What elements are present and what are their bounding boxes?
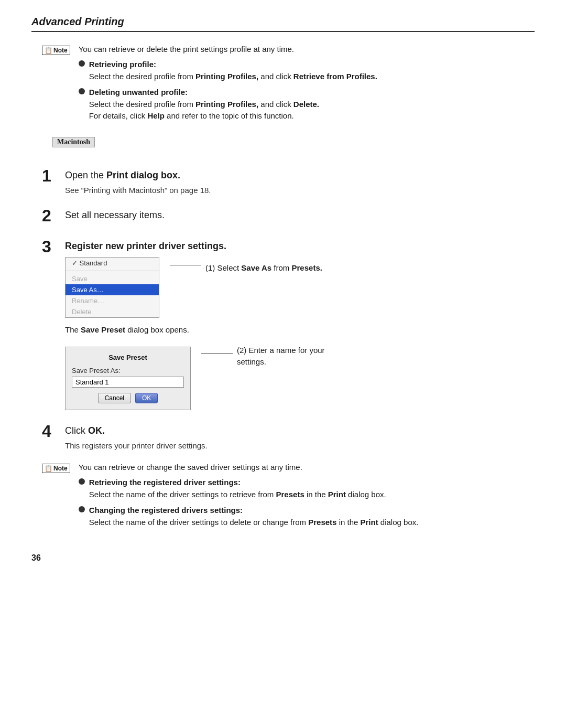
bullet-item: Retrieving profile: Select the desired p…: [79, 59, 535, 82]
bullet-text: Deleting unwanted profile: Select the de…: [89, 87, 319, 122]
preset-menu-item-save[interactable]: Save: [66, 273, 159, 284]
step-4-title: Click OK.: [65, 425, 535, 437]
bullet-dot: [79, 88, 85, 94]
note1-content: You can retrieve or delete the print set…: [79, 45, 535, 126]
save-preset-title: Save Preset: [72, 354, 184, 361]
page-number: 36: [31, 553, 41, 562]
save-preset-label: Save Preset As:: [72, 367, 184, 374]
preset-menu-item-standard: ✓ Standard: [66, 258, 159, 269]
note-block-2: 📋 Note You can retrieve or change the sa…: [42, 463, 535, 532]
page-footer: 36: [31, 553, 535, 563]
bullet-text: Retrieving the registered driver setting…: [89, 477, 386, 500]
preset-diagram: ✓ Standard Save Save As… Rename… Delete …: [65, 257, 535, 318]
page-title: Advanced Printing: [31, 16, 124, 27]
step-4: 4 Click OK. This registers your printer …: [42, 423, 535, 450]
step-1-title: Open the Print dialog box.: [65, 169, 535, 181]
note1-text: You can retrieve or delete the print set…: [79, 45, 535, 53]
step-2: 2 Set all necessary items.: [42, 207, 535, 226]
save-preset-input[interactable]: [72, 377, 184, 388]
macintosh-label: Macintosh: [52, 137, 95, 147]
step-3: 3 Register new printer driver settings. …: [42, 238, 535, 410]
note-block-1: 📋 Note You can retrieve or delete the pr…: [42, 45, 535, 126]
step-2-content: Set all necessary items.: [65, 207, 535, 226]
note2-content: You can retrieve or change the saved dri…: [79, 463, 535, 532]
note-icon-2: 📋 Note: [42, 464, 70, 473]
save-preset-callout-text: (2) Enter a name for yoursettings.: [237, 339, 325, 368]
note2-text: You can retrieve or change the saved dri…: [79, 463, 535, 472]
note2-bullets: Retrieving the registered driver setting…: [79, 477, 535, 528]
note1-bullets: Retrieving profile: Select the desired p…: [79, 59, 535, 122]
preset-menu-item-rename[interactable]: Rename…: [66, 295, 159, 306]
step-4-sub: This registers your printer driver setti…: [65, 441, 535, 450]
step-4-content: Click OK. This registers your printer dr…: [65, 423, 535, 450]
bullet-dot: [79, 60, 85, 67]
step-number-1: 1: [42, 167, 57, 184]
preset-menu-container: ✓ Standard Save Save As… Rename… Delete: [65, 257, 159, 318]
step-3-title: Register new printer driver settings.: [65, 240, 535, 252]
preset-callout-text: (1) Select Save As from Presets.: [205, 257, 322, 274]
step-number-2: 2: [42, 207, 57, 224]
bullet-item: Changing the registered drivers settings…: [79, 505, 535, 528]
step-1-sub: See “Printing with Macintosh” on page 18…: [65, 186, 535, 195]
note-icon-box-1: 📋 Note: [42, 46, 70, 55]
macintosh-badge: Macintosh: [42, 137, 535, 157]
note-icon-box-2: 📋 Note: [42, 464, 70, 473]
step-1: 1 Open the Print dialog box. See “Printi…: [42, 167, 535, 195]
save-preset-buttons: Cancel OK: [72, 393, 184, 403]
bullet-text: Changing the registered drivers settings…: [89, 505, 419, 528]
page-header: Advanced Printing: [31, 16, 535, 32]
preset-menu: ✓ Standard Save Save As… Rename… Delete: [65, 257, 159, 318]
save-preset-dialog: Save Preset Save Preset As: Cancel OK: [65, 347, 191, 410]
bullet-dot: [79, 506, 85, 512]
note-icon-1: 📋 Note: [42, 46, 70, 55]
step-number-4: 4: [42, 423, 57, 440]
preset-menu-item-saveas[interactable]: Save As…: [66, 284, 159, 295]
preset-menu-item-delete[interactable]: Delete: [66, 306, 159, 317]
save-preset-diagram: Save Preset Save Preset As: Cancel OK (2…: [65, 339, 535, 410]
bullet-item: Retrieving the registered driver setting…: [79, 477, 535, 500]
bullet-dot: [79, 478, 85, 485]
step-number-3: 3: [42, 238, 57, 255]
save-preset-note: The Save Preset dialog box opens.: [65, 325, 535, 334]
save-preset-dialog-container: Save Preset Save Preset As: Cancel OK: [65, 339, 191, 410]
step-2-title: Set all necessary items.: [65, 209, 535, 221]
cancel-button[interactable]: Cancel: [98, 393, 131, 403]
step-1-content: Open the Print dialog box. See “Printing…: [65, 167, 535, 195]
save-preset-callout-arrow: (2) Enter a name for yoursettings.: [201, 339, 325, 368]
preset-callout-arrow: (1) Select Save As from Presets.: [170, 257, 322, 274]
step-3-content: Register new printer driver settings. ✓ …: [65, 238, 535, 410]
bullet-text: Retrieving profile: Select the desired p…: [89, 59, 377, 82]
ok-button[interactable]: OK: [135, 393, 158, 403]
bullet-item: Deleting unwanted profile: Select the de…: [79, 87, 535, 122]
